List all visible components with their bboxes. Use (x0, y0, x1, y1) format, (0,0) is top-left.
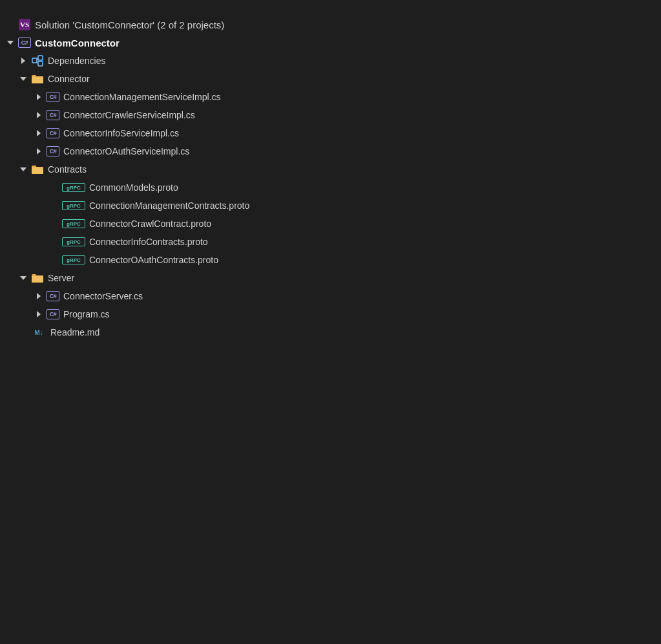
oauth-contracts-label: ConnectorOAuthContracts.proto (89, 255, 218, 265)
common-models-label: CommonModels.proto (89, 182, 178, 193)
dependencies-icon (31, 54, 44, 67)
info-contracts-grpc-icon: gRPC (62, 237, 85, 246)
contracts-folder-node[interactable]: Contracts (0, 160, 661, 178)
connector-oauth-impl-node[interactable]: C# ConnectorOAuthServiceImpl.cs (0, 142, 661, 160)
program-chevron (34, 309, 44, 319)
project-chevron (5, 38, 16, 48)
contracts-folder-label: Contracts (48, 164, 87, 175)
oauth-label: ConnectorOAuthServiceImpl.cs (63, 146, 189, 156)
program-label: Program.cs (63, 309, 110, 319)
connector-server-cs-node[interactable]: C# ConnectorServer.cs (0, 287, 661, 305)
connector-folder-chevron (18, 74, 28, 84)
connector-crawler-impl-node[interactable]: C# ConnectorCrawlerServiceImpl.cs (0, 106, 661, 124)
oauth-chevron (34, 146, 44, 156)
readme-markdown-icon: M↓ (31, 327, 47, 338)
dependencies-node[interactable]: Dependencies (0, 52, 661, 70)
info-chevron (34, 128, 44, 138)
conn-mgmt-label: ConnectionManagementServiceImpl.cs (63, 92, 221, 102)
project-csharp-icon: C# (18, 38, 31, 48)
connector-folder-icon (31, 74, 44, 84)
connector-info-impl-node[interactable]: C# ConnectorInfoServiceImpl.cs (0, 124, 661, 142)
common-models-proto-node[interactable]: gRPC CommonModels.proto (0, 178, 661, 197)
connector-server-chevron (34, 291, 44, 301)
crawl-contract-grpc-icon: gRPC (62, 219, 85, 228)
dependencies-chevron (18, 56, 28, 66)
crawler-label: ConnectorCrawlerServiceImpl.cs (63, 110, 195, 120)
solution-explorer: VS Solution 'CustomConnector' (2 of 2 pr… (0, 10, 661, 347)
oauth-contracts-grpc-icon: gRPC (62, 255, 85, 264)
solution-icon: VS (18, 18, 31, 31)
common-models-grpc-icon: gRPC (62, 183, 85, 192)
readme-label: Readme.md (50, 327, 100, 338)
crawl-contract-label: ConnectorCrawlContract.proto (89, 219, 211, 229)
server-folder-svg (31, 273, 44, 283)
solution-node[interactable]: VS Solution 'CustomConnector' (2 of 2 pr… (0, 16, 661, 34)
info-contracts-label: ConnectorInfoContracts.proto (89, 237, 208, 247)
svg-text:VS: VS (20, 21, 29, 28)
contracts-folder-icon (31, 164, 44, 175)
conn-mgmt-csharp-icon: C# (47, 92, 59, 102)
program-cs-node[interactable]: C# Program.cs (0, 305, 661, 323)
connector-crawl-contract-proto-node[interactable]: gRPC ConnectorCrawlContract.proto (0, 215, 661, 233)
readme-md-node[interactable]: M↓ Readme.md (0, 323, 661, 341)
svg-rect-2 (32, 58, 37, 63)
conn-mgmt-contracts-label: ConnectionManagementContracts.proto (89, 200, 249, 211)
server-folder-icon (31, 273, 44, 283)
crawler-csharp-icon: C# (47, 110, 59, 120)
program-csharp-icon: C# (47, 309, 59, 319)
dependencies-label: Dependencies (48, 56, 106, 66)
info-csharp-icon: C# (47, 128, 59, 138)
info-label: ConnectorInfoServiceImpl.cs (63, 128, 179, 138)
dependencies-svg (31, 54, 44, 67)
connector-server-label: ConnectorServer.cs (63, 291, 143, 301)
connector-info-contracts-proto-node[interactable]: gRPC ConnectorInfoContracts.proto (0, 233, 661, 251)
server-folder-node[interactable]: Server (0, 269, 661, 287)
svg-rect-3 (38, 56, 43, 60)
server-folder-label: Server (48, 273, 74, 283)
conn-mgmt-chevron (34, 92, 44, 102)
connection-mgmt-impl-node[interactable]: C# ConnectionManagementServiceImpl.cs (0, 88, 661, 106)
contracts-folder-chevron (18, 164, 28, 175)
crawler-chevron (34, 110, 44, 120)
conn-mgmt-contracts-proto-node[interactable]: gRPC ConnectionManagementContracts.proto (0, 197, 661, 215)
conn-mgmt-contracts-grpc-icon: gRPC (62, 201, 85, 210)
solution-svg: VS (18, 18, 31, 31)
svg-rect-4 (38, 61, 43, 66)
connector-folder-svg (31, 74, 44, 84)
solution-label: Solution 'CustomConnector' (2 of 2 proje… (35, 19, 224, 30)
connector-server-csharp-icon: C# (47, 291, 59, 301)
server-folder-chevron (18, 273, 28, 283)
project-node[interactable]: C# CustomConnector (0, 34, 661, 52)
connector-oauth-contracts-proto-node[interactable]: gRPC ConnectorOAuthContracts.proto (0, 251, 661, 269)
project-label: CustomConnector (35, 38, 120, 48)
oauth-csharp-icon: C# (47, 146, 59, 156)
contracts-folder-svg (31, 164, 44, 175)
connector-folder-node[interactable]: Connector (0, 70, 661, 88)
connector-folder-label: Connector (48, 74, 90, 84)
